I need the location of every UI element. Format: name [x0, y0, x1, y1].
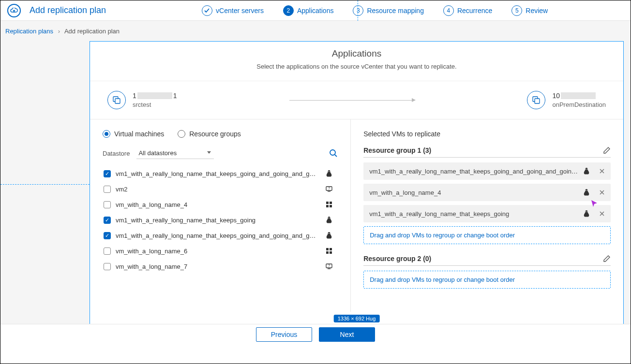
vm-row[interactable]: vm_with_a_long_name_6 [103, 243, 338, 259]
svg-rect-20 [330, 248, 332, 250]
selected-vm-row[interactable]: vm_with_a_long_name_4 [363, 184, 611, 201]
topbar: Add replication plan vCenter servers 2 A… [0, 0, 631, 21]
checkbox[interactable] [104, 186, 111, 193]
drop-zone[interactable]: Drag and drop VMs to regroup or change b… [363, 271, 611, 289]
edit-icon[interactable] [603, 146, 611, 154]
svg-point-30 [586, 211, 586, 212]
radio-virtual-machines[interactable]: Virtual machines [103, 130, 164, 138]
breadcrumb-root[interactable]: Replication plans [5, 28, 53, 35]
svg-rect-22 [330, 251, 332, 254]
vcenter-icon [527, 91, 545, 109]
vm-name: vm_with_a_long_name_6 [116, 248, 320, 255]
vm-name: vm_with_a_long_name_7 [116, 263, 320, 270]
step-resource-mapping[interactable]: 3 Resource mapping [353, 5, 424, 16]
checkbox[interactable] [104, 263, 111, 270]
svg-rect-19 [326, 248, 329, 250]
linux-icon [583, 210, 590, 218]
linux-icon [583, 189, 590, 196]
svg-rect-11 [326, 202, 329, 204]
checkbox[interactable] [104, 201, 111, 208]
vm-row[interactable]: vm_with_a_long_name_4 [103, 197, 338, 212]
selected-title: Selected VMs to replicate [363, 130, 611, 138]
arrow-icon [289, 100, 415, 101]
search-icon[interactable] [329, 149, 338, 158]
step-applications[interactable]: 2 Applications [283, 5, 334, 16]
svg-text:?: ? [328, 264, 330, 267]
windows-icon [325, 201, 333, 208]
linux-icon [325, 170, 333, 177]
vm-row[interactable]: vm1_with_a_really_long_name_that_keeps_g… [103, 212, 338, 228]
vcenter-icon [107, 91, 126, 109]
vm-name: vm_with_a_long_name_4 [369, 189, 578, 196]
source-ip-suffix: 1 [173, 92, 177, 100]
datastore-label: Datastore [103, 150, 130, 157]
step-vcenter[interactable]: vCenter servers [202, 5, 264, 16]
redacted [137, 92, 172, 99]
vm-name: vm1_with_a_really_long_name_that_keeps_g… [369, 168, 578, 175]
step-label: Review [526, 7, 548, 15]
source-ip-prefix: 1 [133, 92, 136, 100]
remove-icon[interactable] [599, 168, 605, 174]
page-title: Add replication plan [30, 5, 106, 15]
svg-point-29 [587, 190, 588, 191]
datastore-dropdown[interactable]: All datastores [136, 147, 214, 159]
vm-row[interactable]: vm1_with_a_really_long_name_that_keeps_g… [103, 166, 338, 181]
selected-vm-row[interactable]: vm1_with_a_really_long_name_that_keeps_g… [363, 205, 611, 222]
unknown-icon: ? [325, 185, 333, 193]
breadcrumb: Replication plans › Add replication plan [0, 21, 631, 42]
size-tag: 1336 × 692 Hug [334, 315, 380, 322]
cursor-icon [590, 199, 599, 208]
vm-row[interactable]: vm2? [103, 181, 338, 197]
svg-point-18 [330, 233, 331, 234]
step-recurrence[interactable]: 4 Recurrence [443, 5, 492, 16]
panel-title: Applications [90, 48, 623, 59]
step-number: 3 [353, 5, 363, 16]
source-name: srctest [133, 101, 177, 108]
remove-icon[interactable] [599, 189, 605, 195]
linux-icon [325, 216, 333, 224]
vm-name: vm_with_a_long_name_4 [116, 201, 320, 208]
dest-name: onPremDestination [552, 101, 606, 108]
checkbox[interactable] [104, 232, 111, 239]
selected-vm-row[interactable]: vm1_with_a_really_long_name_that_keeps_g… [363, 162, 611, 180]
vm-row[interactable]: vm1_with_a_really_long_name_that_keeps_g… [103, 228, 338, 243]
svg-point-4 [330, 150, 335, 155]
guide-line [0, 184, 90, 185]
step-label: Recurrence [457, 7, 492, 15]
resource-group-header: Resource group 2 (0) [363, 255, 611, 266]
checkbox[interactable] [104, 217, 111, 224]
checkbox[interactable] [104, 248, 111, 255]
step-number: 5 [511, 5, 522, 16]
endpoints-bar: 11 srctest 10 onPremDestination [90, 81, 623, 119]
svg-point-6 [328, 171, 329, 172]
panel-subtitle: Select the applications on the source vC… [90, 63, 623, 70]
linux-icon [583, 167, 590, 175]
step-number: 4 [443, 5, 454, 16]
svg-point-26 [586, 169, 586, 170]
svg-rect-21 [326, 251, 329, 254]
remove-icon[interactable] [599, 211, 605, 217]
svg-point-16 [330, 218, 331, 218]
vm-name: vm1_with_a_really_long_name_that_keeps_g… [116, 232, 320, 239]
selected-vms-panel: Selected VMs to replicate Resource group… [351, 119, 623, 312]
radio-resource-groups[interactable]: Resource groups [178, 130, 241, 138]
step-label: Applications [297, 7, 334, 15]
group-title: Resource group 2 (0) [363, 255, 431, 262]
vm-name: vm1_with_a_really_long_name_that_keeps_g… [116, 170, 320, 177]
wizard-steps: vCenter servers 2 Applications 3 Resourc… [202, 5, 548, 16]
checkbox[interactable] [104, 170, 111, 177]
cloud-sync-icon [7, 4, 21, 17]
vm-name: vm1_with_a_really_long_name_that_keeps_g… [369, 210, 578, 218]
redacted [561, 92, 596, 99]
svg-point-27 [587, 169, 588, 170]
edit-icon[interactable] [603, 255, 611, 262]
svg-point-15 [328, 218, 329, 218]
drop-zone[interactable]: Drag and drop VMs to regroup or change b… [363, 226, 611, 244]
next-button[interactable]: Next [319, 327, 375, 342]
previous-button[interactable]: Previous [256, 327, 312, 342]
svg-point-7 [330, 171, 331, 172]
step-review[interactable]: 5 Review [511, 5, 548, 16]
vm-row[interactable]: vm_with_a_long_name_7? [103, 259, 338, 274]
svg-rect-1 [115, 99, 120, 103]
chevron-right-icon: › [58, 28, 60, 35]
